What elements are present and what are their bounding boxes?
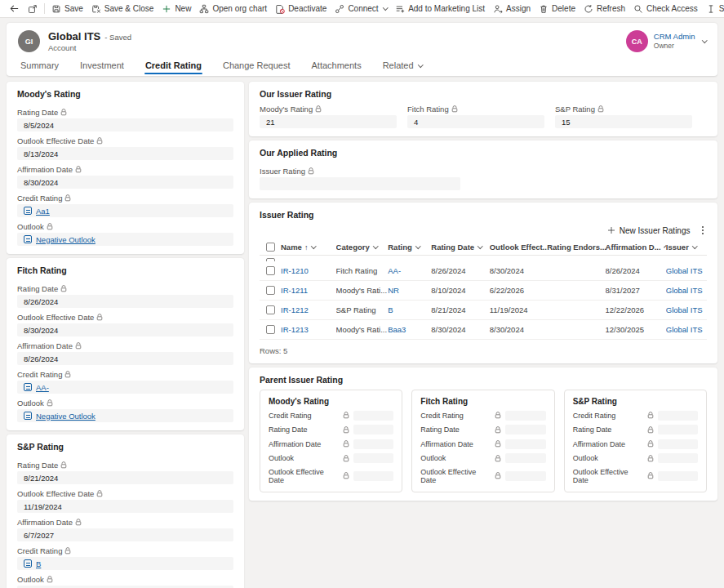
new-button[interactable]: New — [158, 2, 195, 16]
table-row[interactable]: IR-1212 S&P Rating B 8/21/2024 11/19/202… — [260, 301, 707, 320]
issuer-rating-input[interactable] — [260, 177, 460, 190]
rating-link[interactable]: NR — [388, 286, 399, 295]
outlook-effective-date-input[interactable] — [658, 471, 698, 481]
fitch-rating-input[interactable]: 4 — [407, 115, 544, 128]
rating-date-input[interactable]: 8/21/2024 — [17, 471, 233, 484]
column-header-affirmation-date[interactable]: Affirmation D... — [606, 243, 666, 252]
table-row[interactable]: IR-1213 Moody's Rati... Baa3 8/30/2024 8… — [260, 320, 707, 340]
lock-icon — [647, 455, 654, 462]
column-header-issuer[interactable]: Issuer — [666, 243, 707, 252]
refresh-button[interactable]: Refresh — [580, 2, 629, 16]
column-header-rating[interactable]: Rating — [388, 243, 431, 252]
affirmation-date-input[interactable] — [353, 439, 393, 449]
affirmation-date-input[interactable] — [505, 439, 545, 449]
chevron-down-icon — [702, 38, 707, 42]
select-all-checkbox[interactable] — [266, 243, 275, 252]
lock-icon — [343, 472, 349, 479]
credit-rating-input[interactable] — [353, 411, 393, 421]
sequences-button[interactable]: Sequences — [702, 2, 724, 16]
chevron-down-icon — [415, 243, 420, 248]
open-org-chart-button[interactable]: Open org chart — [195, 2, 271, 16]
owner-name[interactable]: CRM Admin — [654, 32, 695, 42]
credit-rating-lookup-link[interactable]: Aa1 — [36, 207, 50, 216]
grid-more-commands-icon[interactable] — [702, 229, 704, 232]
row-checkbox[interactable] — [266, 305, 275, 314]
record-name-link[interactable]: IR-1212 — [281, 305, 309, 314]
tab-change-request[interactable]: Change Request — [222, 57, 291, 76]
tab-summary[interactable]: Summary — [20, 57, 60, 76]
row-checkbox[interactable] — [266, 286, 275, 295]
credit-rating-lookup-link[interactable]: B — [36, 559, 41, 568]
affirmation-date-input[interactable]: 8/30/2024 — [17, 176, 233, 189]
save-and-close-button[interactable]: Save & Close — [87, 2, 158, 16]
field-credit-rating: Credit Rating B — [17, 546, 233, 570]
rating-link[interactable]: B — [388, 305, 393, 314]
affirmation-date-input[interactable]: 6/7/2027 — [17, 528, 233, 541]
column-header-outlook-effective[interactable]: Outlook Effect... — [490, 243, 547, 252]
rating-link[interactable]: AA- — [388, 266, 401, 275]
tab-attachments[interactable]: Attachments — [311, 57, 362, 76]
outlook-input[interactable] — [658, 453, 698, 463]
issuer-link[interactable]: Global ITS — [666, 325, 703, 334]
issuer-link[interactable]: Global ITS — [666, 286, 703, 295]
column-header-name[interactable]: Name↑ — [281, 243, 336, 252]
issuer-link[interactable]: Global ITS — [666, 305, 703, 314]
outlook-input[interactable] — [505, 453, 545, 463]
tab-investment[interactable]: Investment — [79, 57, 125, 76]
outlook-effective-date-input[interactable]: 8/13/2024 — [17, 147, 233, 160]
row-checkbox[interactable] — [266, 266, 275, 275]
column-header-rating-endorsement[interactable]: Rating Endors... — [547, 243, 605, 252]
rating-date-input[interactable]: 8/5/2024 — [17, 118, 233, 131]
field-outlook-effective-date: Outlook Effective Date 11/19/2024 — [17, 488, 233, 513]
outlook-lookup-link[interactable]: Negative Outlook — [36, 412, 95, 421]
save-and-close-icon — [91, 4, 101, 14]
lock-icon — [75, 166, 82, 173]
tab-related[interactable]: Related — [382, 57, 423, 76]
lock-icon — [47, 223, 53, 230]
record-name-link[interactable]: IR-1213 — [281, 325, 309, 334]
moodys-rating-input[interactable]: 21 — [260, 115, 397, 128]
sp-rating-input[interactable]: 15 — [555, 115, 692, 128]
record-name-link[interactable]: IR-1210 — [281, 266, 309, 275]
rating-date-input[interactable] — [353, 425, 393, 434]
credit-rating-input[interactable] — [658, 411, 698, 421]
record-name-link[interactable]: IR-1211 — [281, 286, 308, 295]
issuer-link[interactable]: Global ITS — [666, 266, 703, 275]
popout-button[interactable] — [24, 2, 42, 16]
delete-button[interactable]: Delete — [535, 2, 580, 16]
new-issuer-ratings-button[interactable]: New Issuer Ratings — [607, 226, 691, 235]
delete-label: Delete — [552, 4, 575, 13]
rating-date-input[interactable]: 8/26/2024 — [17, 295, 233, 308]
credit-rating-lookup-link[interactable]: AA- — [36, 383, 49, 392]
table-row[interactable]: IR-1211 Moody's Rati... NR 8/10/2024 6/2… — [260, 281, 707, 301]
lock-icon — [60, 109, 67, 116]
deactivate-button[interactable]: Deactivate — [271, 2, 331, 16]
outlook-input[interactable] — [353, 453, 393, 463]
entity-type-label: Account — [48, 43, 626, 52]
save-button[interactable]: Save — [47, 2, 87, 16]
left-column: Moody's Rating Rating Date 8/5/2024 Outl… — [7, 82, 244, 588]
rating-date-input[interactable] — [658, 425, 698, 434]
check-access-button[interactable]: Check Access — [629, 2, 702, 16]
rating-date-input[interactable] — [505, 425, 545, 434]
column-header-rating-date[interactable]: Rating Date — [431, 243, 489, 252]
outlook-effective-date-input[interactable] — [353, 471, 393, 481]
back-button[interactable] — [5, 2, 24, 16]
lock-icon — [343, 455, 349, 462]
add-to-marketing-list-button[interactable]: Add to Marketing List — [391, 2, 489, 16]
outlook-effective-date-input[interactable] — [505, 471, 545, 481]
assign-button[interactable]: Assign — [489, 2, 535, 16]
tab-credit-rating[interactable]: Credit Rating — [144, 57, 202, 76]
affirmation-date-input[interactable] — [658, 439, 698, 449]
table-row[interactable]: IR-1210 Fitch Rating AA- 8/26/2024 8/30/… — [260, 261, 707, 281]
rating-link[interactable]: Baa3 — [388, 325, 406, 334]
row-checkbox[interactable] — [266, 325, 275, 334]
credit-rating-input[interactable] — [505, 411, 545, 421]
column-header-category[interactable]: Category — [336, 243, 389, 252]
owner-control[interactable]: CA CRM Admin Owner — [626, 30, 706, 52]
connect-button[interactable]: Connect — [331, 2, 391, 16]
outlook-lookup-link[interactable]: Negative Outlook — [36, 235, 95, 244]
outlook-effective-date-input[interactable]: 11/19/2024 — [17, 500, 233, 513]
outlook-effective-date-input[interactable]: 8/30/2024 — [17, 323, 233, 336]
affirmation-date-input[interactable]: 8/26/2024 — [17, 352, 233, 365]
